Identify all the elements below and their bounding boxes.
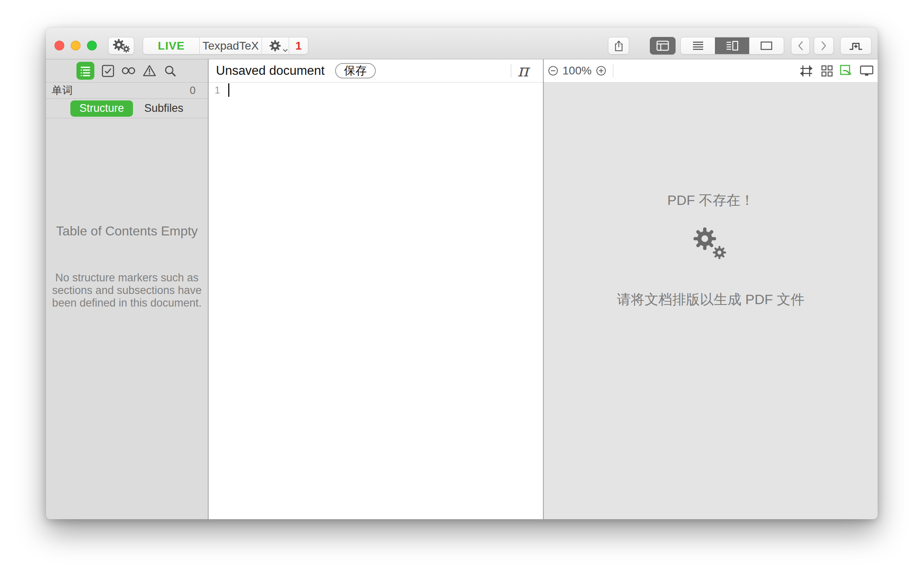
todo-button[interactable] xyxy=(100,62,115,80)
toolbar: LIVE TexpadTeX 1 xyxy=(46,28,878,59)
gears-icon xyxy=(693,227,729,262)
external-display-button[interactable] xyxy=(860,65,874,76)
editor-text-area[interactable]: 1 xyxy=(209,83,543,519)
line-number: 1 xyxy=(209,85,220,96)
pdf-only-segment[interactable] xyxy=(749,37,784,54)
split-view-icon xyxy=(726,41,739,51)
main-area: 单词 0 Structure Subfiles Table of Content… xyxy=(46,59,878,519)
engine-label: TexpadTeX xyxy=(203,39,259,52)
structure-list-button[interactable] xyxy=(76,62,94,80)
zoom-out-button[interactable] xyxy=(547,65,559,77)
tab-subfiles[interactable]: Subfiles xyxy=(144,102,183,115)
chevron-down-icon xyxy=(283,49,288,52)
back-button[interactable] xyxy=(791,37,810,54)
word-count-row: 单词 0 xyxy=(46,83,208,99)
engine-settings-segment[interactable] xyxy=(262,37,289,54)
minus-circle-icon xyxy=(548,65,558,76)
word-count-label: 单词 xyxy=(52,83,73,98)
engine-segment[interactable]: TexpadTeX xyxy=(199,37,261,54)
editor-only-segment[interactable] xyxy=(681,37,715,54)
live-typeset-segment[interactable]: LIVE xyxy=(143,37,199,54)
search-button[interactable] xyxy=(163,62,177,80)
forward-button[interactable] xyxy=(814,37,834,54)
layout-segmented-control xyxy=(680,37,784,54)
minimize-button[interactable] xyxy=(71,41,81,50)
save-button[interactable]: 保存 xyxy=(335,63,376,78)
toc-empty-title: Table of Contents Empty xyxy=(46,224,208,239)
share-button[interactable] xyxy=(608,37,629,54)
split-view-segment[interactable] xyxy=(715,37,749,54)
grid-icon xyxy=(821,65,833,77)
sidebar-tabs: Structure Subfiles xyxy=(46,99,208,118)
display-icon xyxy=(860,65,874,76)
sidebar-panel-icon xyxy=(656,41,669,51)
document-title: Unsaved document xyxy=(216,63,325,78)
infinity-icon xyxy=(121,67,136,75)
editor-pane: Unsaved document 保存 π 1 xyxy=(209,59,544,519)
insert-typeset-block-button[interactable] xyxy=(840,37,872,54)
pdf-header-divider xyxy=(613,64,613,77)
sidebar-icon-bar xyxy=(46,59,208,83)
toc-empty-message: No structure markers such as sections an… xyxy=(50,272,204,309)
typeset-plus-icon xyxy=(849,41,863,51)
fullscreen-button[interactable] xyxy=(87,41,97,50)
math-symbols-button[interactable]: π xyxy=(511,62,535,79)
save-button-label: 保存 xyxy=(344,63,367,78)
gear-icon xyxy=(269,40,281,52)
live-label: LIVE xyxy=(158,39,185,52)
search-icon xyxy=(164,65,176,77)
warning-triangle-icon xyxy=(143,65,156,77)
word-count-value: 0 xyxy=(190,84,196,97)
share-icon xyxy=(613,40,624,52)
close-button[interactable] xyxy=(54,41,64,50)
editor-header: Unsaved document 保存 π xyxy=(209,59,543,83)
pdf-tools xyxy=(798,64,874,78)
tab-structure[interactable]: Structure xyxy=(70,100,133,117)
typeset-settings-button[interactable] xyxy=(108,37,134,54)
editor-lines-icon xyxy=(692,41,704,51)
chevron-right-icon xyxy=(821,41,827,51)
tab-structure-label: Structure xyxy=(79,102,124,115)
checkbox-icon xyxy=(102,65,114,77)
pdf-pane: 100% xyxy=(544,59,878,519)
pdf-missing-hint: 请将文档排版以生成 PDF 文件 xyxy=(544,290,878,309)
pdf-rectangle-icon xyxy=(760,41,773,51)
sync-scroll-button[interactable] xyxy=(798,64,814,78)
sidebar-toggle-button[interactable] xyxy=(650,37,676,54)
texpad-window: LIVE TexpadTeX 1 xyxy=(46,28,878,519)
error-count-badge: 1 xyxy=(295,39,302,52)
follow-arrow-icon xyxy=(840,65,853,77)
pdf-header: 100% xyxy=(544,59,878,83)
text-caret xyxy=(228,83,229,97)
page-thumbnails-button[interactable] xyxy=(821,65,833,77)
error-count-segment[interactable]: 1 xyxy=(289,37,308,54)
sync-arrows-icon xyxy=(798,64,814,78)
live-loop-button[interactable] xyxy=(121,62,136,80)
plus-circle-icon xyxy=(596,65,606,76)
zoom-level: 100% xyxy=(562,64,592,77)
tab-subfiles-label: Subfiles xyxy=(144,102,183,114)
sidebar: 单词 0 Structure Subfiles Table of Content… xyxy=(46,59,209,519)
typeset-segmented-control: LIVE TexpadTeX 1 xyxy=(143,37,308,54)
toc-list-icon xyxy=(78,63,93,78)
gears-icon xyxy=(113,38,130,54)
pi-icon: π xyxy=(517,61,529,81)
zoom-in-button[interactable] xyxy=(595,65,607,77)
warnings-button[interactable] xyxy=(142,62,157,80)
chevron-left-icon xyxy=(798,41,804,51)
follow-typeset-button[interactable] xyxy=(840,65,853,77)
pdf-missing-title: PDF 不存在！ xyxy=(544,191,878,210)
